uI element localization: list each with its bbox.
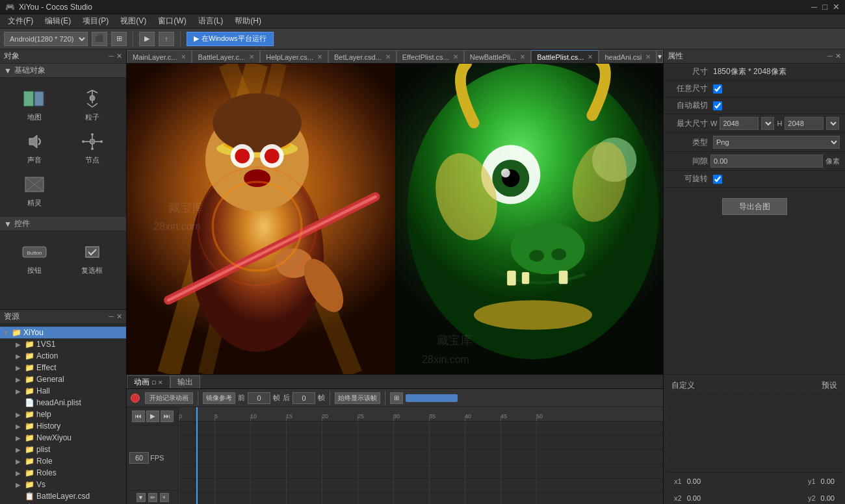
run-button[interactable]: ▶ 在Windows平台运行: [187, 32, 274, 46]
menu-view[interactable]: 视图(V): [115, 14, 151, 28]
tab-helplayer[interactable]: HelpLayer.cs... ✕: [260, 50, 328, 63]
pencil-btn[interactable]: ✏: [148, 493, 157, 502]
tab-betlayer-close[interactable]: ✕: [385, 53, 391, 60]
play-btn[interactable]: ▶: [139, 32, 155, 46]
separator-1: [133, 32, 133, 46]
tree-action[interactable]: ▶ 📁 Action: [0, 350, 126, 362]
menu-project[interactable]: 项目(P): [77, 14, 114, 28]
properties-close[interactable]: ✕: [835, 52, 841, 60]
obj-particle[interactable]: 粒子: [63, 83, 121, 126]
tab-headani-close[interactable]: ✕: [645, 53, 651, 60]
tree-roles[interactable]: ▶ 📁 Roles: [0, 467, 126, 479]
h-input[interactable]: [785, 117, 824, 130]
tree-hall[interactable]: ▶ 📁 Hall: [0, 385, 126, 397]
close-button[interactable]: ✕: [833, 2, 840, 12]
tab-mainlayer-close[interactable]: ✕: [181, 53, 186, 60]
tree-history[interactable]: ▶ 📁 History: [0, 420, 126, 432]
progress-bar[interactable]: [406, 394, 458, 402]
tab-battlelayer-close[interactable]: ✕: [249, 53, 254, 60]
resources-close[interactable]: ✕: [116, 312, 122, 321]
obj-sprite[interactable]: 精灵: [5, 169, 63, 212]
svg-rect-63: [666, 394, 842, 472]
tab-helplayer-close[interactable]: ✕: [317, 53, 322, 60]
tab-headani[interactable]: headAni.csi ✕: [599, 50, 656, 63]
obj-node[interactable]: 节点: [63, 126, 121, 169]
before-value-input[interactable]: [248, 392, 270, 404]
tree-role[interactable]: ▶ 📁 Role: [0, 455, 126, 467]
rotate-checkbox[interactable]: [713, 175, 722, 184]
anim-tab-output[interactable]: 输出: [170, 375, 200, 388]
anim-tab-animation-close[interactable]: ✕: [158, 379, 163, 386]
after-value-input[interactable]: [292, 392, 315, 404]
tree-effect[interactable]: ▶ 📁 Effect: [0, 362, 126, 373]
tab-effectplist[interactable]: EffectPlist.cs... ✕: [396, 50, 464, 63]
basic-objects-section[interactable]: ▼ 基础对象: [0, 64, 126, 78]
menu-edit[interactable]: 编辑(E): [40, 14, 76, 28]
tab-battleplist-active[interactable]: BattlePlist.cs... ✕: [531, 50, 599, 63]
obj-map[interactable]: 地图: [5, 83, 63, 126]
tree-help[interactable]: ▶ 📁 help: [0, 409, 126, 420]
timeline-playhead[interactable]: [196, 407, 198, 504]
tab-battlelayer[interactable]: BattleLayer.c... ✕: [192, 50, 260, 63]
tab-betlayer[interactable]: BetLayer.csd... ✕: [328, 50, 396, 63]
menu-file[interactable]: 文件(F): [3, 14, 38, 28]
tree-1vs1[interactable]: ▶ 📁 1VS1: [0, 338, 126, 350]
canvas-area[interactable]: 藏宝库 28xin.com: [127, 64, 663, 374]
tree-headaniplist[interactable]: ▶ 📄 headAni.plist: [0, 397, 126, 409]
objects-panel-minimize[interactable]: ─: [109, 52, 114, 60]
w-input[interactable]: [720, 117, 759, 130]
add-btn[interactable]: +: [160, 493, 169, 502]
ctrl-button[interactable]: Button 按钮: [5, 236, 63, 279]
tree-vs[interactable]: ▶ 📁 Vs: [0, 479, 126, 490]
timeline-prev-btn[interactable]: ⏮: [132, 410, 145, 422]
tree-xiyou[interactable]: ▼ 📁 XiYou: [0, 327, 126, 338]
fps-input[interactable]: [129, 452, 149, 464]
arbitrary-size-checkbox[interactable]: [713, 84, 722, 94]
layout-btn-2[interactable]: ⊞: [111, 32, 127, 46]
menu-window[interactable]: 窗口(W): [153, 14, 191, 28]
tree-plist[interactable]: ▶ 📁 plist: [0, 444, 126, 455]
always-show-label: 始终显示该帧: [338, 394, 377, 403]
timeline-icon-btn[interactable]: ⊞: [390, 392, 403, 404]
always-show-btn[interactable]: 始终显示该帧: [335, 392, 380, 404]
tree-newxiyou[interactable]: ▶ 📁 NewXiyou: [0, 432, 126, 444]
preset-label: 预设: [822, 380, 837, 391]
layout-btn-1[interactable]: ⬛: [92, 32, 107, 46]
tabs-overflow-btn[interactable]: ▾: [656, 50, 663, 63]
w-select[interactable]: ▾: [761, 117, 774, 130]
tab-battleplist-close[interactable]: ✕: [588, 53, 593, 60]
open-record-btn[interactable]: 开始记录动画: [145, 392, 193, 404]
platform-select[interactable]: Android(1280 * 720): [4, 32, 88, 46]
timeline-play-btn[interactable]: ▶: [146, 410, 159, 422]
type-select[interactable]: Png: [713, 136, 840, 149]
tree-help-arrow: ▶: [16, 411, 23, 418]
minimize-button[interactable]: ─: [811, 2, 817, 12]
tab-newbattlepli[interactable]: NewBattlePli... ✕: [464, 50, 532, 63]
mirror-ref-btn[interactable]: 镜像参考: [203, 392, 235, 404]
menu-help[interactable]: 帮助(H): [229, 14, 266, 28]
controls-section[interactable]: ▼ 控件: [0, 217, 126, 231]
tree-general[interactable]: ▶ 📁 General: [0, 373, 126, 385]
anim-tab-animation[interactable]: 动画 □ ✕: [127, 375, 170, 388]
ctrl-checkbox[interactable]: 复选框: [63, 236, 121, 279]
tree-battlelayer-file[interactable]: ▶ 📋 BattleLayer.csd: [0, 490, 126, 502]
export-btn[interactable]: 导出合图: [722, 198, 787, 215]
tab-newbattlepli-close[interactable]: ✕: [520, 53, 525, 60]
obj-sound[interactable]: 声音: [5, 126, 63, 169]
gap-input[interactable]: [710, 155, 823, 168]
auto-crop-checkbox[interactable]: [713, 101, 722, 110]
menu-language[interactable]: 语言(L): [193, 14, 229, 28]
maximize-button[interactable]: □: [822, 2, 827, 12]
properties-minimize[interactable]: ─: [827, 52, 833, 60]
record-button[interactable]: [131, 394, 140, 403]
h-select[interactable]: ▾: [826, 117, 839, 130]
resources-minimize[interactable]: ─: [109, 312, 114, 321]
publish-btn[interactable]: ↑: [159, 32, 174, 46]
arbitrary-size-label: 任意尺寸: [669, 83, 708, 94]
expand-btn[interactable]: ▼: [136, 493, 146, 502]
tab-mainlayer[interactable]: MainLayer.c... ✕: [127, 50, 192, 63]
tree-headaniplist-file-icon: 📄: [25, 398, 35, 407]
objects-panel-close[interactable]: ✕: [116, 52, 122, 60]
tab-effectplist-close[interactable]: ✕: [453, 53, 458, 60]
timeline-next-btn[interactable]: ⏭: [161, 410, 174, 422]
